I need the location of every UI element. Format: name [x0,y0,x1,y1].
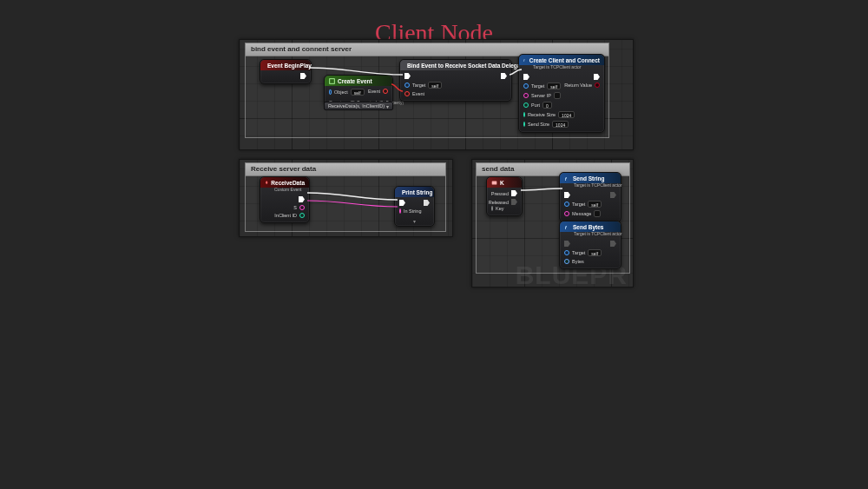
pin-message-in[interactable]: Message [564,210,602,217]
pin-key-in[interactable]: Key [491,206,499,211]
node-subtitle: Target is TCPClient actor [519,64,604,71]
pin-exec-out[interactable] [300,73,306,79]
pin-exec-in[interactable] [404,73,442,79]
node-header: Event BeginPlay [260,60,311,70]
pin-clientid-out[interactable]: InClient ID [274,213,305,218]
chip-empty[interactable] [594,210,601,217]
node-print-string[interactable]: f Print String In String ▾ [394,186,435,227]
node-title: ReceiveData [271,180,305,186]
svg-rect-4 [492,181,497,184]
function-icon: f [564,224,570,230]
create-event-dropdown[interactable]: ReceiveData(s, InClientID) [324,102,393,110]
pin-s-out[interactable]: S [293,205,305,210]
node-send-bytes[interactable]: f Send Bytes Target is TCPClient actor T… [559,221,621,269]
node-title: Print String [402,189,432,195]
chip-self[interactable]: self [588,201,602,208]
node-send-string[interactable]: f Send String Target is TCPClient actor … [559,172,621,222]
node-subtitle: Custom Event [260,187,309,194]
chip-empty[interactable] [554,92,561,99]
node-title: Event BeginPlay [267,63,312,69]
chip-self[interactable]: self [547,83,561,89]
keyboard-icon [491,180,497,186]
node-header: K [487,177,522,188]
pin-recvsize-in[interactable]: Receive Size 1024 [523,111,567,118]
event-create-icon [329,78,335,84]
node-create-client[interactable]: f Create Client and Connect Target is TC… [518,54,605,133]
pin-object-in[interactable]: Object self [329,89,365,96]
pin-exec-in[interactable] [523,74,567,80]
node-title: Bind Event to Receive Socket Data Delega… [407,63,525,69]
pin-event-out[interactable]: Event [368,89,388,94]
comment-recv-title: Receive server data [246,163,445,176]
pin-exec-in[interactable] [564,241,602,247]
node-header: f Print String [395,187,434,197]
svg-text:f: f [565,175,568,181]
pin-target-in[interactable]: Target self [404,82,442,89]
function-icon: f [564,175,570,182]
pin-target-in[interactable]: Target self [564,249,602,256]
pin-exec-out[interactable] [501,73,507,79]
chip-port[interactable]: 0 [542,102,552,109]
chip-self[interactable]: self [428,82,442,89]
pin-exec-out[interactable] [610,192,616,198]
node-title: K [500,180,504,186]
chip-self[interactable]: self [588,249,602,256]
node-bind-event[interactable]: Bind Event to Receive Socket Data Delega… [399,59,512,102]
custom-event-icon [265,180,268,186]
pin-instring-in[interactable]: In String [399,208,419,214]
graph-panel-bind[interactable]: bind event and connent server Event Begi… [239,39,634,150]
svg-text:f: f [523,59,525,63]
node-title: Create Client and Connect [529,57,600,63]
node-header: Bind Event to Receive Socket Data Delega… [400,60,511,70]
node-input-key-k[interactable]: K Key Pressed Released [486,176,523,216]
svg-text:f: f [565,224,568,229]
pin-released-out[interactable]: Released [489,199,517,205]
pin-exec-out[interactable] [299,196,305,202]
pin-port-in[interactable]: Port 0 [523,102,567,109]
graph-panel-send[interactable]: BLUEPR send data K Key Pressed Released … [471,159,634,287]
pin-exec-in[interactable] [564,192,602,198]
node-subtitle: Target is TCPClient actor [560,182,621,189]
pin-exec-out[interactable] [610,241,616,247]
node-receive-data[interactable]: ReceiveData Custom Event S InClient ID [260,176,310,223]
node-subtitle: Target is TCPClient actor [560,231,621,238]
chip-self[interactable]: self [351,89,365,96]
pin-target-in[interactable]: Target self [564,201,602,208]
node-event-beginplay[interactable]: Event BeginPlay [260,59,312,84]
pin-pressed-out[interactable]: Pressed [491,190,517,196]
pin-exec-out[interactable] [424,200,430,206]
pin-serverip-in[interactable]: Server IP [523,92,567,99]
node-title: Send Bytes [573,224,603,230]
node-title: Create Event [338,78,372,84]
svg-rect-0 [330,78,335,83]
pin-target-in[interactable]: Target self [523,83,567,89]
node-title: Send String [573,175,604,182]
pin-exec-out[interactable] [594,74,600,80]
pin-bytes-in[interactable]: Bytes [564,259,602,264]
node-header: Create Event [325,76,392,86]
function-icon: f [523,57,527,63]
pin-return-out[interactable]: Return Value [564,83,600,88]
expand-arrow-icon[interactable]: ▾ [395,218,434,226]
pin-sendsize-in[interactable]: Send Size 1024 [523,121,567,128]
pin-event-in[interactable]: Event [404,91,442,96]
chip-send[interactable]: 1024 [552,121,569,128]
pin-exec-in[interactable] [399,200,419,206]
graph-panel-recv[interactable]: Receive server data ReceiveData Custom E… [239,159,453,237]
